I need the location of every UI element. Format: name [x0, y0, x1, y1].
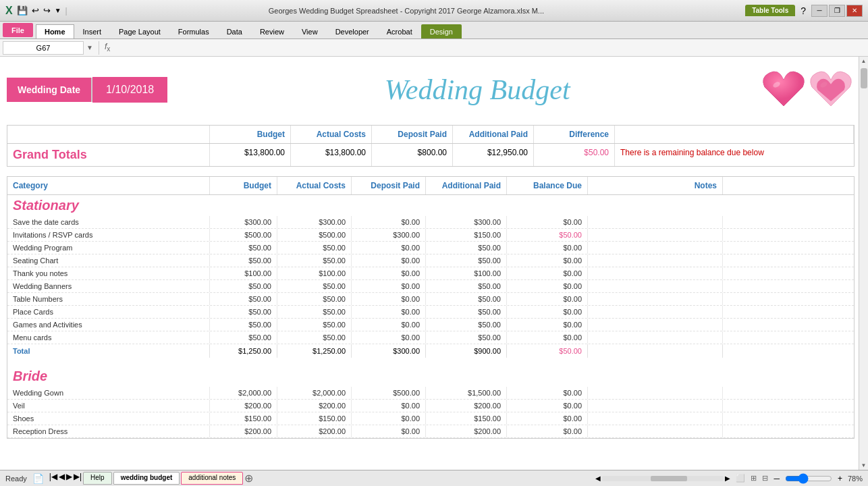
row-actual: $500.00 — [277, 229, 352, 241]
scroll-down-arrow[interactable]: ▼ — [860, 461, 868, 470]
row-balance: $0.00 — [507, 306, 588, 318]
row-notes — [588, 280, 723, 292]
row-actual: $2,000.00 — [277, 387, 352, 399]
quick-undo-icon[interactable]: ↩ — [32, 5, 39, 16]
table-row: Games and Activities $50.00 $50.00 $0.00… — [7, 319, 854, 331]
table-row: Wedding Banners $50.00 $50.00 $0.00 $50.… — [7, 280, 854, 293]
window-title: Georges Wedding Budget Spreadsheet - Cop… — [81, 7, 732, 15]
gt-col-additional: Additional Paid — [453, 126, 534, 143]
sheet-nav-last[interactable]: ▶| — [74, 472, 82, 485]
table-row: Menu cards $50.00 $50.00 $0.00 $50.00 $0… — [7, 331, 854, 344]
gt-col-deposit: Deposit Paid — [372, 126, 453, 143]
row-actual: $100.00 — [277, 267, 352, 279]
scroll-up-arrow[interactable]: ▲ — [860, 57, 868, 65]
restore-button[interactable]: ❐ — [829, 5, 845, 17]
row-balance: $0.00 — [507, 412, 588, 425]
quick-more-icon[interactable]: ▼ — [55, 7, 61, 14]
tab-file[interactable]: File — [3, 23, 33, 37]
row-name: Thank you notes — [7, 267, 210, 279]
zoom-out-icon[interactable]: ─ — [774, 474, 780, 483]
total-actual: $1,250.00 — [277, 344, 352, 358]
row-name: Veil — [7, 400, 210, 412]
cell-ref-arrow-icon[interactable]: ▼ — [86, 44, 93, 51]
hscroll-area: ◀ ▶ — [595, 475, 730, 482]
quick-save-icon[interactable]: 💾 — [17, 5, 28, 16]
scroll-thumb[interactable] — [861, 68, 867, 88]
row-deposit: $0.00 — [352, 306, 426, 318]
cat-col-additional: Additional Paid — [426, 177, 507, 194]
table-row: Place Cards $50.00 $50.00 $0.00 $50.00 $… — [7, 306, 854, 319]
tab-home[interactable]: Home — [36, 24, 74, 38]
row-name: Table Numbers — [7, 293, 210, 305]
tab-page-layout[interactable]: Page Layout — [110, 24, 169, 38]
minimize-button[interactable]: ─ — [811, 5, 828, 17]
table-row: Wedding Gown $2,000.00 $2,000.00 $500.00… — [7, 387, 854, 400]
grand-totals-budget: $13,800.00 — [210, 144, 291, 166]
row-budget: $500.00 — [210, 229, 277, 241]
grand-totals-note: There is a remaining balance due below — [615, 144, 854, 166]
hscroll-right[interactable]: ▶ — [725, 475, 730, 482]
tab-formulas[interactable]: Formulas — [169, 24, 218, 38]
row-actual: $50.00 — [277, 319, 352, 331]
row-budget: $200.00 — [210, 425, 277, 437]
tab-data[interactable]: Data — [218, 24, 251, 38]
horizontal-scrollbar[interactable] — [602, 476, 724, 481]
hscroll-thumb[interactable] — [651, 476, 687, 481]
row-name: Menu cards — [7, 331, 210, 344]
cat-col-category: Category — [7, 177, 210, 194]
table-row: Invitations / RSVP cards $500.00 $500.00… — [7, 229, 854, 242]
row-additional: $150.00 — [426, 412, 507, 425]
row-budget: $50.00 — [210, 280, 277, 292]
tab-insert[interactable]: Insert — [74, 24, 111, 38]
row-balance: $0.00 — [507, 425, 588, 437]
row-additional: $200.00 — [426, 400, 507, 412]
tab-acrobat[interactable]: Acrobat — [378, 24, 421, 38]
category-header-row: Category Budget Actual Costs Deposit Pai… — [7, 177, 854, 195]
tab-developer[interactable]: Developer — [327, 24, 378, 38]
hscroll-left[interactable]: ◀ — [595, 475, 601, 482]
row-deposit: $0.00 — [352, 293, 426, 305]
row-name: Shoes — [7, 412, 210, 425]
page-icon: 📄 — [32, 473, 44, 484]
row-notes — [588, 293, 723, 305]
tab-view[interactable]: View — [293, 24, 327, 38]
close-button[interactable]: ✕ — [846, 5, 863, 17]
zoom-slider[interactable] — [785, 473, 832, 484]
section-total-row-stationary: Total $1,250.00 $1,250.00 $300.00 $900.0… — [7, 344, 854, 358]
zoom-in-icon[interactable]: + — [838, 474, 842, 483]
normal-view-icon[interactable]: ⬜ — [736, 474, 745, 483]
ribbon-tabs: File Home Insert Page Layout Formulas Da… — [0, 22, 868, 39]
heart-icon-2 — [807, 68, 855, 111]
ribbon-help-icon[interactable]: ? — [801, 5, 806, 16]
sheet-add-icon[interactable]: ⊕ — [244, 472, 253, 485]
row-notes — [588, 229, 723, 241]
cell-reference-input[interactable] — [3, 41, 84, 55]
row-additional: $50.00 — [426, 331, 507, 344]
row-balance: $0.00 — [507, 254, 588, 267]
sheet-tab-help[interactable]: Help — [83, 472, 112, 485]
row-balance: $0.00 — [507, 216, 588, 228]
row-budget: $150.00 — [210, 412, 277, 425]
row-balance: $50.00 — [507, 229, 588, 241]
sheet-tab-wedding-budget[interactable]: wedding budget — [113, 472, 180, 485]
sheet-nav-first[interactable]: |◀ — [49, 472, 57, 485]
zoom-level[interactable]: 78% — [848, 475, 863, 483]
page-layout-icon[interactable]: ⊞ — [751, 474, 757, 483]
page-break-icon[interactable]: ⊟ — [762, 474, 768, 483]
quick-redo-icon[interactable]: ↪ — [43, 5, 51, 16]
total-budget: $1,250.00 — [210, 344, 277, 358]
row-additional: $300.00 — [426, 216, 507, 228]
content-area: Wedding Date 1/10/2018 Wedding Budget — [0, 57, 868, 470]
vertical-scrollbar[interactable]: ▲ ▼ — [859, 57, 868, 470]
tab-review[interactable]: Review — [251, 24, 293, 38]
row-balance: $0.00 — [507, 331, 588, 344]
row-name: Wedding Banners — [7, 280, 210, 292]
sheet-tab-additional-notes[interactable]: additional notes — [181, 472, 243, 485]
row-deposit: $300.00 — [352, 229, 426, 241]
sheet-nav-prev[interactable]: ◀ — [59, 472, 65, 485]
separator: | — [65, 6, 67, 16]
formula-input[interactable] — [113, 41, 865, 55]
sheet-nav-next[interactable]: ▶ — [66, 472, 72, 485]
tab-design[interactable]: Design — [421, 24, 462, 38]
total-balance: $50.00 — [507, 344, 588, 358]
